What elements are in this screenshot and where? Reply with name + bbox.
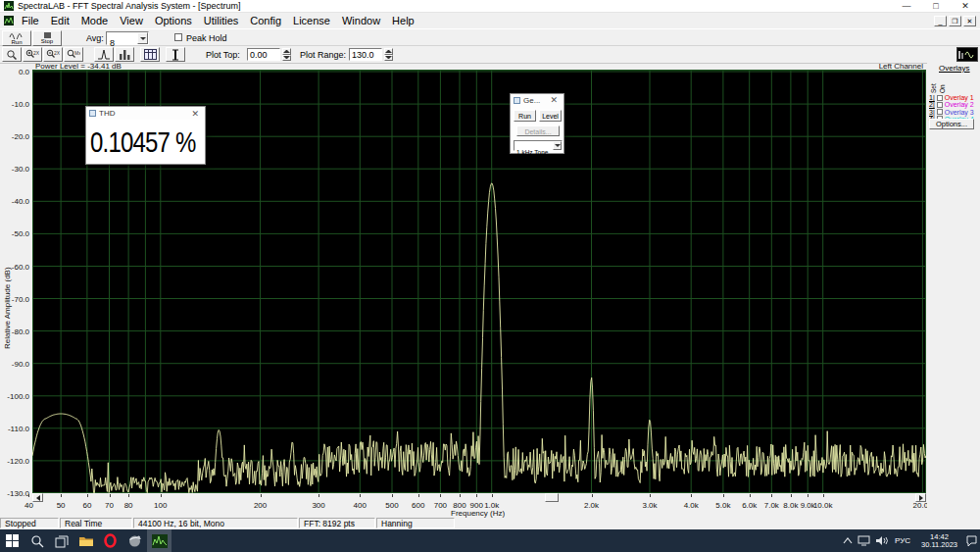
overlay-checkbox[interactable] <box>937 109 943 115</box>
thd-window-icon <box>89 110 96 117</box>
spectrum-line-view-button[interactable] <box>94 47 114 62</box>
status-cell: Hanning <box>376 518 455 528</box>
generator-window[interactable]: Ge... ✕ Run Level Details... 1 kHz Tone <box>510 93 564 154</box>
avg-combobox[interactable]: 8 <box>106 31 149 45</box>
window-minimize-button[interactable]: — <box>892 0 921 13</box>
taskbar-clock[interactable]: 14:42 30.11.2023 <box>915 533 963 549</box>
mdi-restore-button[interactable]: ❐ <box>949 16 961 26</box>
spin-up-icon <box>283 50 290 53</box>
x-tick-label: 400 <box>354 501 367 510</box>
volume-icon[interactable] <box>873 529 890 552</box>
spectrum-bar-view-button[interactable] <box>115 47 134 62</box>
status-cell: FFT: 8192 pts <box>299 518 375 528</box>
network-icon[interactable] <box>857 529 873 552</box>
overlay-checkbox[interactable] <box>937 102 943 108</box>
generator-run-button[interactable]: Run <box>514 110 536 122</box>
svg-text:2X: 2X <box>33 50 39 56</box>
status-cell: 44100 Hz, 16 bit, Mono <box>133 518 298 528</box>
x-tick-mark <box>392 494 393 497</box>
search-button[interactable] <box>24 529 49 552</box>
menu-mode[interactable]: Mode <box>75 13 115 28</box>
y-tick-label: -130.0 <box>1 489 29 498</box>
generator-window-title: Ge... <box>523 96 540 105</box>
plot-range-field[interactable]: 130.0 <box>349 48 382 61</box>
menu-view[interactable]: View <box>114 13 149 28</box>
mdi-close-button[interactable]: ✕ <box>963 16 976 26</box>
avg-dropdown-button[interactable] <box>137 32 148 44</box>
x-tick-label: 60 <box>82 501 91 510</box>
generator-level-button[interactable]: Level <box>539 110 562 122</box>
generator-signal-combobox[interactable]: 1 kHz Tone <box>514 140 563 151</box>
generator-close-icon[interactable]: ✕ <box>547 95 561 105</box>
thd-value: 0.10457 % <box>86 125 196 159</box>
menu-edit[interactable]: Edit <box>45 13 75 28</box>
window-close-button[interactable]: ✕ <box>951 0 980 13</box>
plot-range-spinner[interactable] <box>384 48 393 61</box>
plot-scroll-right-button[interactable] <box>915 493 926 502</box>
plot-top-spinner[interactable] <box>282 48 291 61</box>
zoom-out-2x-button[interactable]: 2X <box>43 47 63 62</box>
overlay-set-button[interactable]: 3| <box>929 109 935 116</box>
marker-button[interactable] <box>166 47 185 62</box>
task-view-button[interactable] <box>49 529 74 552</box>
clock-date: 30.11.2023 <box>921 541 957 549</box>
menu-file[interactable]: File <box>16 13 45 28</box>
overlay-label: Overlay 2 <box>945 101 974 108</box>
zoom-cursor-button[interactable] <box>2 47 22 62</box>
generator-signal-dropdown-button[interactable] <box>553 141 562 150</box>
plot-top-field[interactable]: 0.00 <box>247 48 280 61</box>
thd-close-icon[interactable]: ✕ <box>188 109 202 119</box>
overlay-set-button[interactable]: 2| <box>929 101 935 108</box>
peak-hold-checkbox[interactable] <box>174 33 182 41</box>
notification-center-button[interactable] <box>963 529 980 552</box>
opera-browser-button[interactable] <box>98 529 122 552</box>
thd-window-titlebar[interactable]: THD ✕ <box>86 107 205 120</box>
stop-button[interactable]: Stop <box>32 30 62 46</box>
window-titlebar[interactable]: SpectraLAB - FFT Spectral Analysis Syste… <box>0 0 980 13</box>
grid-table-icon <box>144 49 157 60</box>
tray-chevron-up-icon[interactable] <box>840 529 857 552</box>
x-tick-mark <box>128 494 129 497</box>
generator-toolbar-button[interactable] <box>956 47 978 62</box>
app-icon <box>4 1 14 11</box>
magnifier-icon <box>6 49 18 61</box>
run-button[interactable]: Run <box>2 30 31 46</box>
y-tick-label: -40.0 <box>1 197 29 206</box>
menu-help[interactable]: Help <box>386 13 420 28</box>
generator-window-icon <box>514 97 520 104</box>
window-maximize-button[interactable]: □ <box>921 0 951 13</box>
menu-license[interactable]: License <box>287 13 336 28</box>
x-tick-mark <box>650 494 651 497</box>
options-grid-button[interactable] <box>140 47 160 62</box>
spectralab-taskbar-button[interactable] <box>147 529 172 552</box>
generator-window-titlebar[interactable]: Ge... ✕ <box>511 94 564 106</box>
overlay-row: 1|Overlay 1 <box>929 94 974 101</box>
file-explorer-button[interactable] <box>74 529 98 552</box>
x-tick-mark <box>723 494 724 497</box>
overlay-row: 2|Overlay 2 <box>929 101 974 108</box>
overlay-set-button[interactable]: 1| <box>929 94 935 101</box>
generator-details-button[interactable]: Details... <box>516 125 560 136</box>
zoom-out-max-button[interactable]: Mx <box>64 47 83 62</box>
menu-options[interactable]: Options <box>149 13 198 28</box>
plot-scroll-left-button[interactable] <box>32 493 43 502</box>
language-indicator[interactable]: РУС <box>890 536 915 545</box>
spin-up-icon <box>385 50 392 53</box>
thd-window[interactable]: THD ✕ 0.10457 % <box>85 106 206 165</box>
overlay-checkbox[interactable] <box>937 95 943 101</box>
menu-config[interactable]: Config <box>244 13 287 28</box>
x-tick-mark <box>476 494 477 497</box>
start-button[interactable] <box>0 529 24 552</box>
y-axis-title: Relative Amplitude (dB) <box>3 267 12 349</box>
opera-icon <box>103 533 118 548</box>
mdi-minimize-button[interactable]: _ <box>934 16 947 26</box>
menu-utilities[interactable]: Utilities <box>198 13 244 28</box>
overlays-options-button[interactable]: Options... <box>929 119 974 129</box>
plot-scroll-thumb[interactable] <box>545 493 559 502</box>
thd-value-area: 0.10457 % <box>86 120 205 164</box>
search-icon <box>30 534 44 548</box>
zoom-in-2x-button[interactable]: 2X <box>23 47 42 62</box>
browser-globe-button[interactable] <box>122 529 147 552</box>
y-tick-label: -50.0 <box>1 229 29 238</box>
menu-window[interactable]: Window <box>336 13 386 28</box>
